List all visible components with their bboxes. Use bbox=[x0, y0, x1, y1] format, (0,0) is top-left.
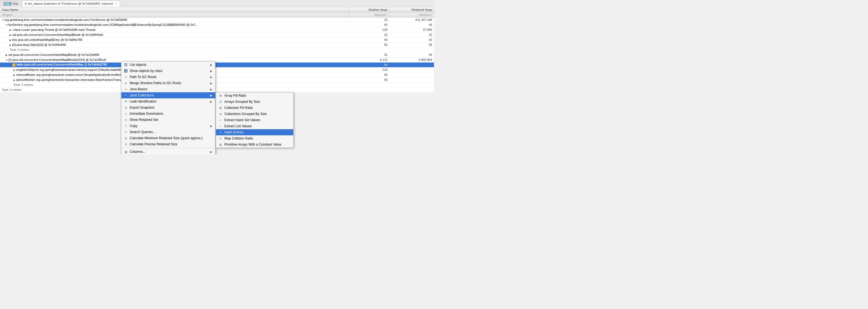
table-row[interactable]: ▶val java.util.concurrent.ConcurrentHash… bbox=[0, 52, 434, 57]
submenu-label-primitive-arrays-constant: Primitive Arrays With a Constant Value bbox=[224, 143, 290, 146]
table-row[interactable]: ▶val java.util.concurrent.ConcurrentHash… bbox=[0, 32, 434, 37]
menu-label-calc-min-retained: Calculate Minimum Retained Size (quick a… bbox=[130, 136, 212, 140]
menu-item-export-snapshot[interactable]: ⊞ Export Snapshot bbox=[121, 105, 215, 111]
col-header-retained-heap[interactable]: Retained Heap bbox=[389, 7, 434, 12]
menu-item-columns[interactable]: ▦ Columns... ▶ bbox=[121, 149, 215, 154]
expand-icon[interactable]: ▶ bbox=[13, 68, 16, 72]
cell-shallow-heap: 216 bbox=[349, 67, 389, 72]
copy-icon: ⎘ bbox=[124, 124, 128, 128]
submenu-item-extract-hash-set-values[interactable]: # Extract Hash Set Values bbox=[216, 117, 293, 123]
expand-icon[interactable]: ▼ bbox=[5, 24, 8, 26]
search-icon: ⊙ bbox=[124, 130, 128, 134]
cell-shallow-heap: 40 bbox=[349, 77, 389, 82]
gc-icon: ⊙ bbox=[124, 75, 128, 79]
table-row[interactable]: ▶retrievalMutex org.springframework.cont… bbox=[0, 72, 434, 77]
menu-item-copy[interactable]: ⎘ Copy ▶ bbox=[121, 123, 215, 129]
submenu-item-arrays-grouped-by-size[interactable]: ▤ Arrays Grouped By Size bbox=[216, 99, 293, 105]
menu-item-search-queries[interactable]: ⊙ Search Queries... bbox=[121, 129, 215, 135]
menu-item-java-collections[interactable]: ≡ Java Collections ▶ ▦ Array Fill Ratio … bbox=[121, 92, 215, 99]
submenu-arrow-path-gc: ▶ bbox=[210, 76, 212, 79]
leak-icon: ⚑ bbox=[124, 99, 128, 104]
calc2-icon: ⊟ bbox=[124, 142, 128, 146]
cell-class-name: ▶[0] java.lang.Object[10] @ 0x7a4f4e840 bbox=[0, 42, 349, 47]
cell-retained-heap: 40 bbox=[389, 22, 434, 27]
col-filter-shallow[interactable]: <Numeric> bbox=[349, 12, 389, 17]
submenu-label-extract-hash-set-values: Extract Hash Set Values bbox=[224, 118, 290, 122]
cell-shallow-heap: 120 bbox=[349, 27, 389, 32]
menu-item-show-objects-by-class[interactable]: Show objects by class ▶ bbox=[121, 68, 215, 74]
export-icon: ⊞ bbox=[124, 105, 128, 110]
menu-item-list-objects[interactable]: List objects ▶ bbox=[121, 62, 215, 68]
submenu-label-array-fill-ratio: Array Fill Ratio bbox=[224, 94, 290, 97]
menu-item-immediate-dominators[interactable]: ⊙ Immediate Dominators bbox=[121, 111, 215, 117]
main-content: Class Name Shallow Heap Retained Heap <R… bbox=[0, 7, 434, 92]
col-filter-retained[interactable]: <Numeric> bbox=[389, 12, 434, 17]
expand-icon[interactable]: ▼ bbox=[5, 59, 8, 61]
expand-icon[interactable]: ▶ bbox=[9, 38, 12, 41]
table-row[interactable]: Total: 4 entries bbox=[0, 47, 434, 52]
expand-icon[interactable]: ▶ bbox=[9, 29, 12, 31]
table-header-row: Class Name Shallow Heap Retained Heap bbox=[0, 7, 434, 12]
cell-retained-heap bbox=[389, 72, 434, 77]
menu-label-immediate-dominators: Immediate Dominators bbox=[130, 112, 212, 116]
tab-close-button[interactable]: ✕ bbox=[115, 2, 118, 5]
col-header-class-name[interactable]: Class Name bbox=[0, 7, 349, 12]
cell-shallow-heap: 40 bbox=[349, 72, 389, 77]
col-filter-class-name[interactable]: <Regex> bbox=[0, 12, 349, 17]
submenu-item-extract-list-values[interactable]: ≡ Extract List Values bbox=[216, 123, 293, 129]
menu-item-calc-precise-retained[interactable]: ⊟ Calculate Precise Retained Size bbox=[121, 141, 215, 147]
menu-item-java-basics[interactable]: J Java Basics ▶ bbox=[121, 86, 215, 92]
array-fill-icon: ▦ bbox=[218, 93, 223, 98]
submenu-item-map-collision-ratio[interactable]: ⊗ Map Collision Ratio bbox=[216, 135, 293, 141]
submenu-arrow-leak: ▶ bbox=[210, 100, 212, 103]
menu-item-calc-min-retained[interactable]: ⊞ Calculate Minimum Retained Size (quick… bbox=[121, 135, 215, 141]
table-row[interactable]: ▼[1] java.util.concurrent.ConcurrentHash… bbox=[0, 57, 434, 62]
class-icon bbox=[124, 68, 128, 73]
submenu-item-collections-grouped-by-size[interactable]: ▥ Collections Grouped By Size bbox=[216, 111, 293, 117]
expand-icon[interactable]: ▶ bbox=[13, 79, 16, 81]
table-row[interactable]: ▼Ttable java.util.concurrent.ConcurrentH… bbox=[0, 62, 434, 67]
tab-list-objects[interactable]: ⊞ list_objects [selection of 'FooService… bbox=[22, 1, 120, 7]
menu-label-copy: Copy bbox=[130, 124, 210, 128]
submenu-item-hash-entries[interactable]: ≡ Hash Entries bbox=[216, 129, 293, 135]
hash-entries-icon: ≡ bbox=[218, 130, 223, 135]
menu-item-show-retained-set[interactable]: ⊡ Show Retained Set bbox=[121, 117, 215, 123]
expand-icon[interactable]: ▶ bbox=[9, 34, 12, 36]
table-row[interactable]: ▼fooService org.geekbang.time.commonmist… bbox=[0, 22, 434, 27]
tab-oql[interactable]: OQL OQL bbox=[1, 1, 21, 7]
table-row[interactable]: ▶[0] java.lang.Object[10] @ 0x7a4f4e8405… bbox=[0, 42, 434, 47]
menu-item-path-to-gc-roots[interactable]: ⊙ Path To GC Roots ▶ bbox=[121, 74, 215, 80]
menu-item-merge-shortest-paths[interactable]: ⊕ Merge Shortest Paths to GC Roots ▶ bbox=[121, 80, 215, 86]
table-row[interactable]: ▶key java.util.LinkedHashMap$Entry @ 0x7… bbox=[0, 37, 434, 42]
coll-fill-icon: ▣ bbox=[218, 106, 223, 110]
menu-label-list-objects: List objects bbox=[130, 63, 210, 67]
expand-icon[interactable]: ▶ bbox=[9, 44, 12, 47]
row-name-text: Total: 2 entries bbox=[2, 88, 22, 91]
submenu-item-primitive-arrays-constant[interactable]: ▦ Primitive Arrays With a Constant Value bbox=[216, 141, 293, 147]
menu-label-path-to-gc-roots: Path To GC Roots bbox=[130, 75, 210, 79]
col-header-shallow-heap[interactable]: Shallow Heap bbox=[349, 7, 389, 12]
cell-shallow-heap bbox=[349, 82, 389, 87]
table-row[interactable]: ▶<Java Local> java.lang.Thread @ 0x7a001… bbox=[0, 27, 434, 32]
tab-oql-label: OQL bbox=[12, 2, 19, 5]
expand-icon[interactable]: ▶ bbox=[13, 74, 16, 77]
row-name-text: [1] java.util.concurrent.ConcurrentHashM… bbox=[8, 58, 106, 61]
table-row[interactable]: ▶adviceMonitor org.springframework.trans… bbox=[0, 77, 434, 82]
expand-icon[interactable]: ▶ bbox=[5, 54, 8, 56]
table-row[interactable]: Total: 3 entries bbox=[0, 82, 434, 87]
cell-retained-heap: 56 bbox=[389, 42, 434, 47]
expand-icon[interactable]: ▼ bbox=[2, 19, 4, 21]
table-row[interactable]: ▶singletonObjects org.springframework.be… bbox=[0, 67, 434, 72]
submenu-item-collection-fill-ratio[interactable]: ▣ Collection Fill Ratio bbox=[216, 105, 293, 111]
cell-class-name: ▶<Java Local> java.lang.Thread @ 0x7a001… bbox=[0, 27, 349, 32]
expand-icon[interactable]: ▼ bbox=[9, 63, 12, 66]
table-row[interactable]: Total: 2 entries bbox=[0, 87, 434, 92]
col-icon: ▦ bbox=[124, 149, 128, 154]
tab-bar: OQL OQL ⊞ list_objects [selection of 'Fo… bbox=[0, 0, 434, 7]
submenu-arrow-copy: ▶ bbox=[210, 124, 212, 128]
submenu-item-array-fill-ratio[interactable]: ▦ Array Fill Ratio bbox=[216, 92, 293, 99]
cell-shallow-heap: 32 bbox=[349, 52, 389, 57]
row-name-text: [0] java.lang.Object[10] @ 0x7a4f4e840 bbox=[12, 43, 66, 47]
menu-item-leak-identification[interactable]: ⚑ Leak Identification ▶ bbox=[121, 99, 215, 105]
table-row[interactable]: ▼org.geekbang.time.commonmistakes.troubl… bbox=[0, 17, 434, 22]
